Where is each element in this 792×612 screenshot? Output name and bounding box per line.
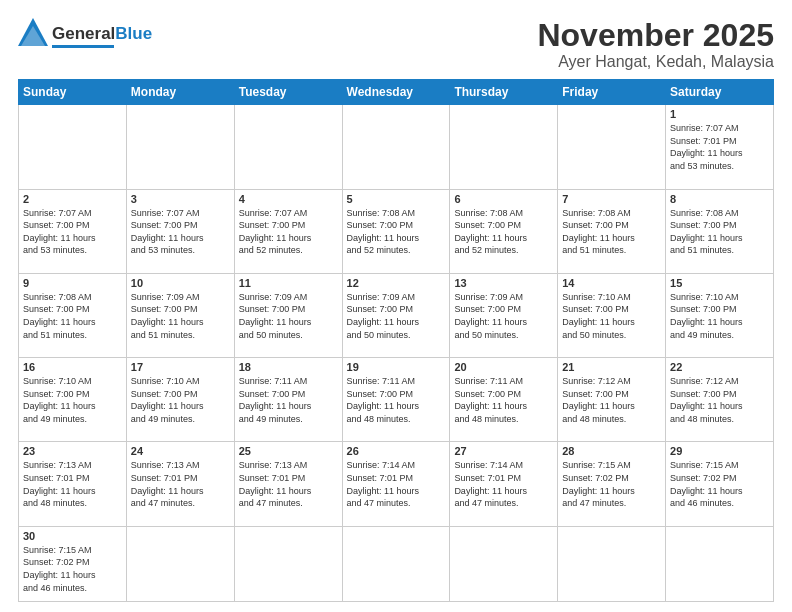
day-number: 20 [454,361,553,373]
table-row: 17Sunrise: 7:10 AM Sunset: 7:00 PM Dayli… [126,358,234,442]
logo: GeneralBlue [18,18,152,54]
day-info: Sunrise: 7:15 AM Sunset: 7:02 PM Dayligh… [23,544,122,594]
day-number: 25 [239,445,338,457]
day-number: 11 [239,277,338,289]
day-info: Sunrise: 7:08 AM Sunset: 7:00 PM Dayligh… [347,207,446,257]
day-number: 1 [670,108,769,120]
table-row: 30Sunrise: 7:15 AM Sunset: 7:02 PM Dayli… [19,526,127,601]
subtitle: Ayer Hangat, Kedah, Malaysia [537,53,774,71]
table-row: 19Sunrise: 7:11 AM Sunset: 7:00 PM Dayli… [342,358,450,442]
col-tuesday: Tuesday [234,80,342,105]
table-row: 28Sunrise: 7:15 AM Sunset: 7:02 PM Dayli… [558,442,666,526]
table-row: 5Sunrise: 7:08 AM Sunset: 7:00 PM Daylig… [342,189,450,273]
table-row [126,526,234,601]
day-number: 21 [562,361,661,373]
page: GeneralBlue November 2025 Ayer Hangat, K… [0,0,792,612]
table-row [234,526,342,601]
table-row: 13Sunrise: 7:09 AM Sunset: 7:00 PM Dayli… [450,273,558,357]
col-sunday: Sunday [19,80,127,105]
day-number: 22 [670,361,769,373]
table-row: 4Sunrise: 7:07 AM Sunset: 7:00 PM Daylig… [234,189,342,273]
col-friday: Friday [558,80,666,105]
day-number: 23 [23,445,122,457]
table-row: 12Sunrise: 7:09 AM Sunset: 7:00 PM Dayli… [342,273,450,357]
table-row: 2Sunrise: 7:07 AM Sunset: 7:00 PM Daylig… [19,189,127,273]
table-row: 26Sunrise: 7:14 AM Sunset: 7:01 PM Dayli… [342,442,450,526]
day-number: 4 [239,193,338,205]
table-row: 3Sunrise: 7:07 AM Sunset: 7:00 PM Daylig… [126,189,234,273]
col-thursday: Thursday [450,80,558,105]
day-info: Sunrise: 7:08 AM Sunset: 7:00 PM Dayligh… [454,207,553,257]
day-info: Sunrise: 7:11 AM Sunset: 7:00 PM Dayligh… [239,375,338,425]
table-row [234,105,342,189]
table-row: 8Sunrise: 7:08 AM Sunset: 7:00 PM Daylig… [666,189,774,273]
day-info: Sunrise: 7:08 AM Sunset: 7:00 PM Dayligh… [23,291,122,341]
col-saturday: Saturday [666,80,774,105]
table-row: 21Sunrise: 7:12 AM Sunset: 7:00 PM Dayli… [558,358,666,442]
day-info: Sunrise: 7:10 AM Sunset: 7:00 PM Dayligh… [131,375,230,425]
day-info: Sunrise: 7:09 AM Sunset: 7:00 PM Dayligh… [131,291,230,341]
day-number: 29 [670,445,769,457]
day-number: 12 [347,277,446,289]
day-info: Sunrise: 7:12 AM Sunset: 7:00 PM Dayligh… [670,375,769,425]
day-info: Sunrise: 7:11 AM Sunset: 7:00 PM Dayligh… [454,375,553,425]
table-row: 18Sunrise: 7:11 AM Sunset: 7:00 PM Dayli… [234,358,342,442]
day-number: 3 [131,193,230,205]
day-number: 17 [131,361,230,373]
day-number: 28 [562,445,661,457]
day-info: Sunrise: 7:11 AM Sunset: 7:00 PM Dayligh… [347,375,446,425]
table-row: 1Sunrise: 7:07 AM Sunset: 7:01 PM Daylig… [666,105,774,189]
day-number: 5 [347,193,446,205]
day-info: Sunrise: 7:07 AM Sunset: 7:00 PM Dayligh… [239,207,338,257]
table-row: 6Sunrise: 7:08 AM Sunset: 7:00 PM Daylig… [450,189,558,273]
table-row: 22Sunrise: 7:12 AM Sunset: 7:00 PM Dayli… [666,358,774,442]
table-row [126,105,234,189]
table-row: 7Sunrise: 7:08 AM Sunset: 7:00 PM Daylig… [558,189,666,273]
table-row: 25Sunrise: 7:13 AM Sunset: 7:01 PM Dayli… [234,442,342,526]
day-number: 2 [23,193,122,205]
day-info: Sunrise: 7:15 AM Sunset: 7:02 PM Dayligh… [562,459,661,509]
day-info: Sunrise: 7:13 AM Sunset: 7:01 PM Dayligh… [23,459,122,509]
calendar-header-row: Sunday Monday Tuesday Wednesday Thursday… [19,80,774,105]
day-number: 8 [670,193,769,205]
col-monday: Monday [126,80,234,105]
day-number: 13 [454,277,553,289]
table-row: 11Sunrise: 7:09 AM Sunset: 7:00 PM Dayli… [234,273,342,357]
table-row [558,105,666,189]
table-row [666,526,774,601]
header: GeneralBlue November 2025 Ayer Hangat, K… [18,18,774,71]
day-info: Sunrise: 7:09 AM Sunset: 7:00 PM Dayligh… [239,291,338,341]
day-number: 10 [131,277,230,289]
table-row: 27Sunrise: 7:14 AM Sunset: 7:01 PM Dayli… [450,442,558,526]
day-info: Sunrise: 7:12 AM Sunset: 7:00 PM Dayligh… [562,375,661,425]
day-info: Sunrise: 7:13 AM Sunset: 7:01 PM Dayligh… [239,459,338,509]
day-info: Sunrise: 7:10 AM Sunset: 7:00 PM Dayligh… [23,375,122,425]
table-row [450,105,558,189]
table-row [342,526,450,601]
day-info: Sunrise: 7:09 AM Sunset: 7:00 PM Dayligh… [347,291,446,341]
table-row: 10Sunrise: 7:09 AM Sunset: 7:00 PM Dayli… [126,273,234,357]
table-row: 24Sunrise: 7:13 AM Sunset: 7:01 PM Dayli… [126,442,234,526]
day-info: Sunrise: 7:07 AM Sunset: 7:01 PM Dayligh… [670,122,769,172]
day-info: Sunrise: 7:09 AM Sunset: 7:00 PM Dayligh… [454,291,553,341]
day-info: Sunrise: 7:10 AM Sunset: 7:00 PM Dayligh… [562,291,661,341]
table-row: 16Sunrise: 7:10 AM Sunset: 7:00 PM Dayli… [19,358,127,442]
month-title: November 2025 [537,18,774,53]
table-row: 14Sunrise: 7:10 AM Sunset: 7:00 PM Dayli… [558,273,666,357]
day-number: 9 [23,277,122,289]
day-info: Sunrise: 7:14 AM Sunset: 7:01 PM Dayligh… [454,459,553,509]
title-block: November 2025 Ayer Hangat, Kedah, Malays… [537,18,774,71]
day-info: Sunrise: 7:14 AM Sunset: 7:01 PM Dayligh… [347,459,446,509]
table-row [19,105,127,189]
day-info: Sunrise: 7:15 AM Sunset: 7:02 PM Dayligh… [670,459,769,509]
table-row: 20Sunrise: 7:11 AM Sunset: 7:00 PM Dayli… [450,358,558,442]
day-number: 19 [347,361,446,373]
table-row [342,105,450,189]
table-row: 29Sunrise: 7:15 AM Sunset: 7:02 PM Dayli… [666,442,774,526]
calendar-table: Sunday Monday Tuesday Wednesday Thursday… [18,79,774,602]
logo-icon [18,18,48,54]
day-number: 6 [454,193,553,205]
table-row: 15Sunrise: 7:10 AM Sunset: 7:00 PM Dayli… [666,273,774,357]
day-number: 27 [454,445,553,457]
day-number: 16 [23,361,122,373]
